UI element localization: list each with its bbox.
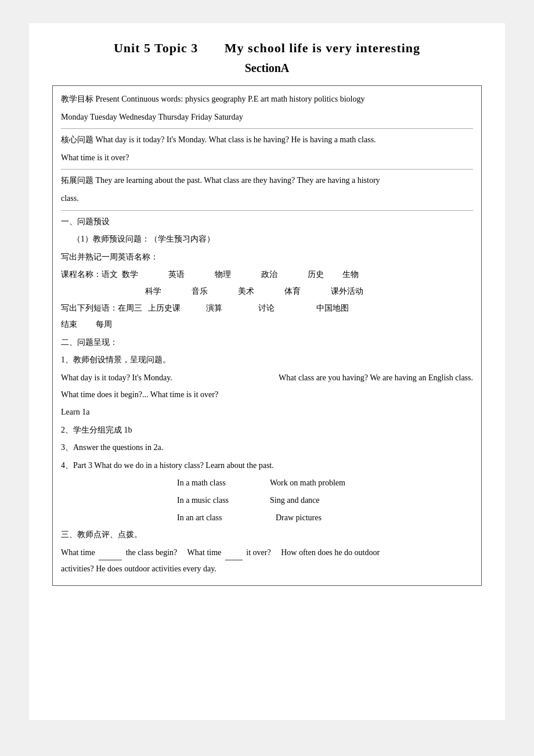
page: Unit 5 Topic 3 My school life is very in… [29, 23, 505, 720]
class-activity-2: Sing and dance [270, 493, 320, 509]
core-line2: What time is it over? [61, 150, 473, 166]
subjects-label: 课程名称：语文 [61, 267, 122, 283]
phrase-calculate: 演算 [206, 301, 258, 316]
objectives-line2: Monday Tuesday Wednesday Thursday Friday… [61, 110, 473, 125]
class-name-2: In a music class [177, 493, 252, 509]
how-often-text: How often does he do outdoor [281, 548, 380, 557]
phrase-discuss: 讨论 [258, 301, 316, 316]
phrase-end: 结束 [61, 317, 96, 333]
class-begin-text: the class begin? [126, 548, 178, 557]
subjects-indent [61, 284, 145, 300]
blank-1 [99, 560, 122, 560]
section3-line2: activities? He does outdoor activities e… [61, 561, 473, 577]
title-area: Unit 5 Topic 3 My school life is very in… [52, 41, 482, 75]
objectives-line1: 教学目标 Present Continuous words: physics g… [61, 92, 473, 107]
what-time-label-2: What time [187, 548, 222, 557]
subject-music: 音乐 [192, 284, 238, 300]
section1-header: 一、问题预设 [61, 214, 473, 230]
section2-item2: 2、学生分组完成 1b [61, 423, 473, 438]
class-name-3: In an art class [177, 510, 252, 526]
subject-pe: 体育 [284, 284, 331, 300]
phrases-row: 写出下列短语：在周三 上历史课 演算 讨论 中国地图 [61, 301, 473, 316]
unit-label: Unit 5 Topic 3 [114, 41, 198, 55]
section1-item1: （1）教师预设问题：（学生预习内容） [73, 232, 473, 247]
section2-line2: What time does it begin?... What time is… [61, 387, 473, 403]
class-activities: In a math class Work on math problem In … [177, 476, 473, 525]
section3-line1-text: What time the class begin? What time it … [61, 545, 380, 561]
section1-item2: 写出并熟记一周英语名称： [61, 250, 473, 265]
subject-history: 历史 [308, 267, 342, 283]
subject-politics: 政治 [261, 267, 308, 283]
subject-biology: 生物 [342, 267, 377, 283]
blank-2 [225, 560, 243, 560]
section2-line3: Learn 1a [61, 405, 473, 420]
subjects-row2: 科学 音乐 美术 体育 课外活动 [61, 284, 473, 300]
core-line1: 核心问题 What day is it today? It's Monday. … [61, 132, 473, 148]
content-box: 教学目标 Present Continuous words: physics g… [52, 85, 482, 586]
section2-header: 二、问题呈现： [61, 335, 473, 351]
it-over-text: it over? [246, 548, 270, 557]
phrase-every-week: 每周 [96, 317, 165, 333]
subject-extra: 课外活动 [331, 284, 377, 300]
what-time-label-1: What time [61, 548, 95, 557]
what-class-text: What class are you having? We are having… [279, 370, 473, 386]
section-title: SectionA [52, 62, 482, 75]
what-day-text: What day is it today? It's Monday. [61, 370, 172, 386]
section2-item4: 4、Part 3 What do we do in a history clas… [61, 458, 473, 474]
subject-art: 美术 [238, 284, 284, 300]
main-label: My school life is very interesting [225, 41, 420, 55]
class-row-3: In an art class Draw pictures [177, 510, 473, 526]
section2-item3: 3、Answer the questions in 2a. [61, 440, 473, 456]
subject-science: 科学 [145, 284, 192, 300]
phrase-map: 中国地图 [316, 301, 363, 316]
class-activity-3: Draw pictures [276, 510, 322, 526]
class-row-1: In a math class Work on math problem [177, 476, 473, 491]
phrases2-row: 结束 每周 [61, 317, 473, 333]
class-name-1: In a math class [177, 476, 252, 491]
subjects-row1: 课程名称：语文 数学 英语 物理 政治 历史 生物 [61, 267, 473, 283]
what-day-row: What day is it today? It's Monday. What … [61, 370, 473, 386]
section3-header: 三、教师点评、点拨。 [61, 527, 473, 543]
subject-english: 英语 [168, 267, 215, 283]
main-title: Unit 5 Topic 3 My school life is very in… [52, 41, 482, 56]
section2-item1: 1、教师创设情景，呈现问题。 [61, 352, 473, 368]
phrases-label: 写出下列短语：在周三 [61, 301, 148, 316]
extension-line1: 拓展问题 They are learning about the past. W… [61, 173, 473, 189]
subject-math: 数学 [122, 267, 168, 283]
class-activity-1: Work on math problem [270, 476, 345, 491]
phrase-history-class: 上历史课 [148, 301, 206, 316]
subject-physics: 物理 [215, 267, 261, 283]
section3-line1: What time the class begin? What time it … [61, 545, 473, 561]
extension-line2: class. [61, 191, 473, 207]
class-row-2: In a music class Sing and dance [177, 493, 473, 509]
